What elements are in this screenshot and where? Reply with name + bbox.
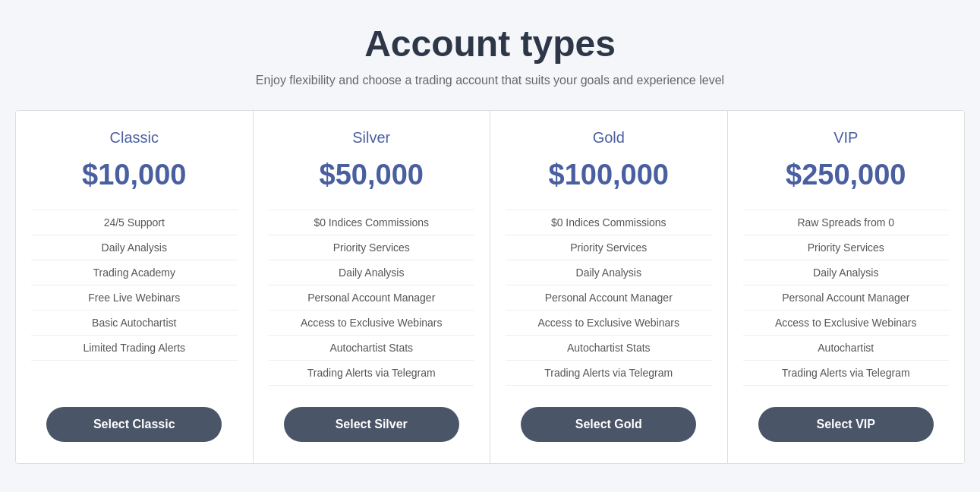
list-item: Daily Analysis [743,260,950,285]
card-classic: Classic$10,00024/5 SupportDaily Analysis… [16,111,254,463]
list-item: $0 Indices Commissions [269,210,475,235]
list-item: Free Live Webinars [31,285,238,310]
list-item: Limited Trading Alerts [31,335,238,361]
cards-container: Classic$10,00024/5 SupportDaily Analysis… [15,110,965,464]
list-item: Priority Services [269,235,475,260]
list-item: Personal Account Manager [269,285,475,310]
select-gold-button[interactable]: Select Gold [521,407,696,442]
list-item: Personal Account Manager [506,285,712,310]
card-classic-price: $10,000 [82,159,186,191]
list-item: 24/5 Support [31,210,238,235]
card-gold-name: Gold [593,129,625,147]
list-item: Autochartist [743,335,950,360]
card-classic-features: 24/5 SupportDaily AnalysisTrading Academ… [31,210,238,386]
list-item: Trading Alerts via Telegram [506,360,712,386]
list-item: Access to Exclusive Webinars [269,310,475,335]
select-classic-button[interactable]: Select Classic [46,407,222,442]
list-item: $0 Indices Commissions [506,210,712,235]
list-item: Raw Spreads from 0 [743,210,950,235]
list-item: Access to Exclusive Webinars [506,310,712,335]
card-vip-name: VIP [833,129,858,147]
card-gold: Gold$100,000$0 Indices CommissionsPriori… [490,111,728,463]
card-silver: Silver$50,000$0 Indices CommissionsPrior… [254,111,491,463]
card-vip: VIP$250,000Raw Spreads from 0Priority Se… [728,111,965,463]
list-item: Priority Services [743,235,950,260]
list-item: Daily Analysis [506,260,712,285]
page-subtitle: Enjoy flexibility and choose a trading a… [15,74,965,87]
page-wrapper: Account types Enjoy flexibility and choo… [15,15,965,464]
card-classic-name: Classic [110,129,159,147]
list-item: Priority Services [506,235,712,260]
card-silver-name: Silver [352,129,390,147]
list-item: Trading Alerts via Telegram [269,360,475,386]
list-item: Personal Account Manager [743,285,950,310]
card-vip-features: Raw Spreads from 0Priority ServicesDaily… [743,210,950,386]
page-title: Account types [15,23,965,65]
list-item: Daily Analysis [269,260,475,285]
list-item: Trading Alerts via Telegram [743,360,950,386]
select-vip-button[interactable]: Select VIP [758,407,934,442]
list-item: Autochartist Stats [269,335,475,360]
card-gold-price: $100,000 [549,159,670,191]
card-vip-price: $250,000 [786,159,906,191]
list-item: Basic Autochartist [31,310,238,335]
header: Account types Enjoy flexibility and choo… [15,15,965,87]
card-gold-features: $0 Indices CommissionsPriority ServicesD… [506,210,712,386]
select-silver-button[interactable]: Select Silver [284,407,459,442]
list-item: Access to Exclusive Webinars [743,310,950,335]
list-item: Daily Analysis [31,235,238,260]
card-silver-features: $0 Indices CommissionsPriority ServicesD… [269,210,475,386]
list-item: Trading Academy [31,260,238,285]
card-silver-price: $50,000 [320,159,424,191]
list-item: Autochartist Stats [506,335,712,360]
